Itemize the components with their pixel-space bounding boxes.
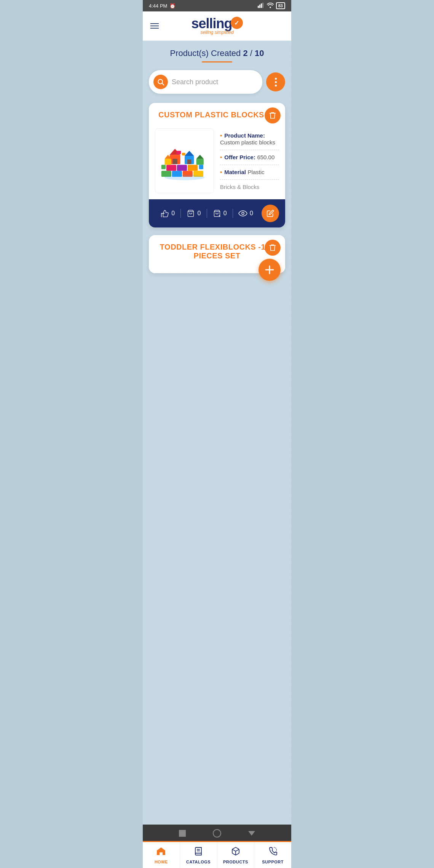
svg-rect-10: [166, 165, 176, 171]
product-details-1: Product Name: Custom plastic blocks Offe…: [220, 128, 279, 193]
delete-product-button-1[interactable]: [265, 107, 281, 123]
product-name-label: Product Name:: [220, 132, 265, 139]
hamburger-menu[interactable]: [150, 22, 159, 30]
svg-rect-1: [259, 5, 260, 8]
add-product-fab-button[interactable]: [258, 259, 281, 281]
time-display: 4:44 PM: [149, 3, 167, 9]
logo-text: selli: [191, 17, 216, 30]
offer-price-value: 650.00: [257, 154, 274, 160]
delete-product-button-2[interactable]: [265, 240, 281, 256]
material-value: Plastic: [247, 169, 264, 175]
nav-products[interactable]: PRODUCTS: [217, 842, 255, 868]
logo-check-icon: ✓: [231, 17, 243, 29]
system-recent-button[interactable]: [248, 831, 255, 836]
svg-rect-15: [172, 159, 177, 164]
product-content-1: Product Name: Custom plastic blocks Offe…: [149, 124, 285, 199]
nav-catalogs[interactable]: CATALOGS: [180, 842, 217, 868]
support-icon: [268, 847, 278, 858]
underline-decoration: [202, 61, 232, 62]
nav-support[interactable]: SUPPORT: [254, 842, 291, 868]
app-header: selli ng ✓ selling simplified: [143, 11, 291, 41]
status-left: 4:44 PM ⏰: [149, 3, 176, 9]
search-container: Search product: [149, 70, 285, 94]
search-placeholder[interactable]: Search product: [172, 78, 218, 86]
products-icon: [231, 847, 240, 858]
svg-line-5: [162, 83, 164, 85]
product-stats-bar: 0 0 0: [149, 199, 285, 227]
svg-rect-2: [261, 3, 262, 8]
logo-text-2: ng: [216, 17, 232, 30]
wishlist-count: 0: [223, 210, 227, 217]
material-label: Material: [220, 169, 246, 175]
search-icon-circle: [153, 75, 168, 89]
signal-icon: [258, 3, 265, 9]
products-created-section: Product(s) Created 2 / 10: [149, 48, 285, 62]
material-row: Material Plastic: [220, 165, 279, 180]
home-nav-label: HOME: [155, 860, 168, 864]
svg-rect-18: [187, 160, 191, 164]
offer-price-row: Offer Price: 650.00: [220, 150, 279, 165]
wifi-icon: [267, 3, 274, 9]
svg-rect-12: [187, 165, 197, 171]
svg-marker-20: [196, 155, 203, 159]
edit-product-button-1[interactable]: [262, 205, 279, 222]
products-nav-label: PRODUCTS: [223, 860, 248, 864]
alarm-icon: ⏰: [169, 3, 176, 9]
svg-rect-3: [262, 3, 263, 8]
svg-rect-23: [161, 165, 165, 169]
product-card-1: CUSTOM PLASTIC BLOCKS: [149, 103, 285, 227]
views-count: 0: [250, 210, 253, 217]
system-back-button[interactable]: [179, 830, 186, 837]
system-home-button[interactable]: [213, 829, 221, 838]
catalogs-nav-label: CATALOGS: [186, 860, 211, 864]
offer-price-label: Offer Price:: [220, 154, 255, 160]
search-bar[interactable]: Search product: [149, 70, 262, 94]
logo-subtitle: selling simplified: [200, 30, 233, 35]
svg-rect-24: [199, 165, 203, 169]
product-image-1: [155, 128, 214, 193]
main-content: Product(s) Created 2 / 10 Search product: [143, 41, 291, 868]
product-card-2: TODDLER FLEXIBLOCKS -120 PIECES SET: [149, 235, 285, 273]
svg-point-27: [164, 175, 204, 180]
product-name-row: Product Name: Custom plastic blocks: [220, 128, 279, 150]
cart-count: 0: [197, 210, 201, 217]
bottom-navigation: HOME CATALOGS PRODUCTS: [143, 841, 291, 868]
home-icon: [156, 847, 166, 858]
more-options-button[interactable]: [266, 72, 285, 91]
status-bar: 4:44 PM ⏰ 83: [143, 0, 291, 11]
svg-rect-26: [182, 153, 185, 155]
views-stat: 0: [233, 210, 258, 217]
svg-rect-11: [177, 165, 187, 171]
cart-stat: 0: [181, 210, 206, 217]
wishlist-stat: 0: [207, 210, 233, 217]
svg-rect-19: [196, 159, 203, 165]
product-name-value: Custom plastic blocks: [220, 139, 275, 146]
battery-icon: 83: [276, 2, 285, 9]
category-tag: Bricks & Blocks: [220, 180, 279, 192]
nav-home[interactable]: HOME: [143, 842, 180, 868]
svg-rect-0: [258, 6, 259, 8]
status-right: 83: [258, 2, 285, 9]
app-logo: selli ng ✓ selling simplified: [191, 17, 243, 35]
vertical-dots-icon: [275, 78, 277, 86]
support-nav-label: SUPPORT: [262, 860, 284, 864]
products-created-label: Product(s) Created 2 / 10: [149, 48, 285, 58]
system-nav-bar: [143, 825, 291, 842]
catalogs-icon: [194, 847, 203, 858]
svg-rect-25: [176, 151, 181, 154]
svg-rect-21: [164, 159, 171, 165]
likes-count: 0: [171, 210, 175, 217]
svg-point-31: [242, 212, 244, 215]
likes-stat: 0: [155, 210, 180, 217]
svg-marker-17: [185, 151, 194, 156]
